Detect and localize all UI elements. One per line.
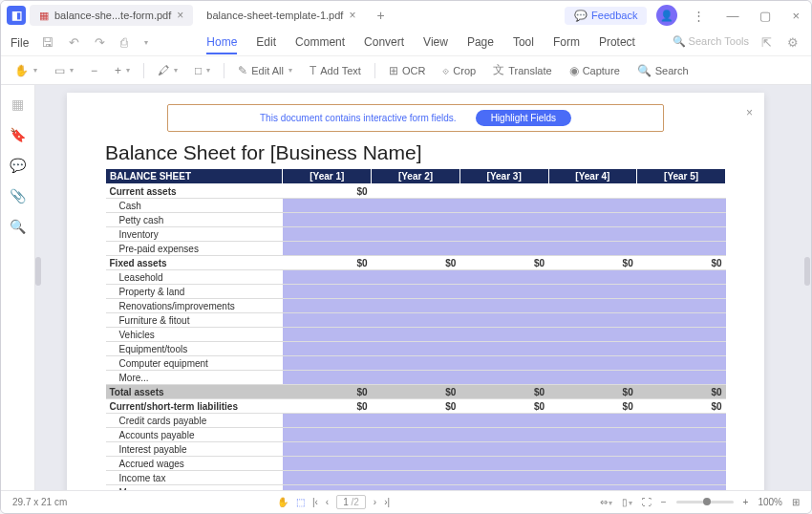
file-menu[interactable]: File [11,36,29,50]
search-panel-icon[interactable]: 🔍 [10,219,26,234]
form-field[interactable] [637,428,726,442]
zoom-level[interactable]: 100% [758,497,782,507]
form-field[interactable] [372,342,460,356]
new-tab-button[interactable]: + [369,8,392,23]
form-field[interactable] [283,342,372,356]
form-field[interactable] [372,270,460,285]
ocr-button[interactable]: ⊞OCR [385,62,429,79]
tab-convert[interactable]: Convert [364,32,404,54]
form-field[interactable] [548,457,637,471]
form-field[interactable] [283,371,372,385]
zoom-in[interactable]: +▾ [111,62,134,79]
document-viewport[interactable]: This document contains interactive form … [35,85,811,490]
form-field[interactable] [548,471,637,485]
tab-protect[interactable]: Protect [599,32,635,54]
form-field[interactable] [459,285,548,299]
form-field[interactable] [637,471,726,485]
form-field[interactable] [372,313,460,328]
form-field[interactable] [283,328,372,342]
form-field[interactable] [548,199,637,213]
form-field[interactable] [283,356,372,371]
close-icon[interactable]: × [177,9,183,22]
form-field[interactable] [372,213,460,227]
form-field[interactable] [283,471,372,485]
fit-width-icon[interactable]: ⇔▾ [600,497,612,507]
form-field[interactable] [637,299,726,313]
form-field[interactable] [283,313,372,328]
document-tab-2[interactable]: balance-sheet-template-1.pdf × [197,5,365,26]
print-icon[interactable]: ⎙ [118,35,131,50]
zoom-in-status[interactable]: + [743,497,749,507]
next-page-icon[interactable]: › [374,497,376,507]
tab-home[interactable]: Home [206,32,237,54]
search-button[interactable]: 🔍Search [633,62,693,79]
tab-comment[interactable]: Comment [295,32,345,54]
fullscreen-icon[interactable]: ⛶ [642,497,652,507]
fit-page-icon[interactable]: ⊞ [792,497,800,507]
document-tab-1[interactable]: ▦ balance-she...te-form.pdf × [30,5,193,26]
form-field[interactable] [548,242,637,256]
form-field[interactable] [372,485,460,491]
shape-tool[interactable]: □▾ [191,62,214,79]
form-field[interactable] [372,227,460,242]
form-field[interactable] [283,199,372,213]
zoom-out[interactable]: − [87,62,101,79]
close-icon[interactable]: × [349,9,355,22]
search-tools[interactable]: 🔍 Search Tools [673,35,749,50]
form-field[interactable] [459,227,548,242]
form-field[interactable] [637,270,726,285]
form-field[interactable] [459,428,548,442]
minimize-icon[interactable]: — [720,9,744,23]
form-field[interactable] [459,414,548,428]
form-field[interactable] [459,471,548,485]
form-field[interactable] [372,299,460,313]
form-field[interactable] [459,270,548,285]
form-field[interactable] [548,328,637,342]
form-field[interactable] [637,485,726,491]
form-field[interactable] [372,414,460,428]
form-field[interactable] [548,285,637,299]
form-field[interactable] [637,442,726,457]
bookmarks-icon[interactable]: 🔖 [10,127,26,142]
right-panel-handle[interactable] [804,257,810,286]
select-mode-icon[interactable]: ⬚ [296,497,305,507]
form-field[interactable] [548,227,637,242]
feedback-button[interactable]: 💬 Feedback [565,7,647,25]
last-page-icon[interactable]: ›| [384,497,390,507]
form-field[interactable] [637,213,726,227]
form-field[interactable] [548,270,637,285]
translate-button[interactable]: 文Translate [489,60,555,80]
form-field[interactable] [548,485,637,491]
settings-icon[interactable]: ⚙ [784,35,801,50]
form-field[interactable] [372,356,460,371]
form-field[interactable] [548,356,637,371]
attachments-icon[interactable]: 📎 [10,188,26,203]
crop-button[interactable]: ⟐Crop [438,62,480,79]
add-text-button[interactable]: TAdd Text [306,62,365,79]
thumbnails-icon[interactable]: ▦ [11,96,24,112]
form-field[interactable] [548,371,637,385]
form-field[interactable] [459,313,548,328]
tab-page[interactable]: Page [467,32,494,54]
form-field[interactable] [459,442,548,457]
tab-tool[interactable]: Tool [513,32,534,54]
form-field[interactable] [372,457,460,471]
form-field[interactable] [637,242,726,256]
redo-icon[interactable]: ↷ [92,35,108,50]
form-field[interactable] [548,428,637,442]
close-window-icon[interactable]: × [786,9,805,23]
form-field[interactable] [459,328,548,342]
highlight-tool[interactable]: 🖍▾ [154,62,182,79]
form-field[interactable] [283,227,372,242]
form-field[interactable] [637,342,726,356]
comments-icon[interactable]: 💬 [10,158,26,173]
form-field[interactable] [372,428,460,442]
form-field[interactable] [637,414,726,428]
capture-button[interactable]: ◉Capture [566,62,624,79]
form-field[interactable] [459,199,548,213]
banner-close-icon[interactable]: × [746,106,753,119]
form-field[interactable] [283,414,372,428]
form-field[interactable] [459,342,548,356]
hand-tool[interactable]: ✋▾ [11,62,41,79]
undo-icon[interactable]: ↶ [66,35,82,50]
